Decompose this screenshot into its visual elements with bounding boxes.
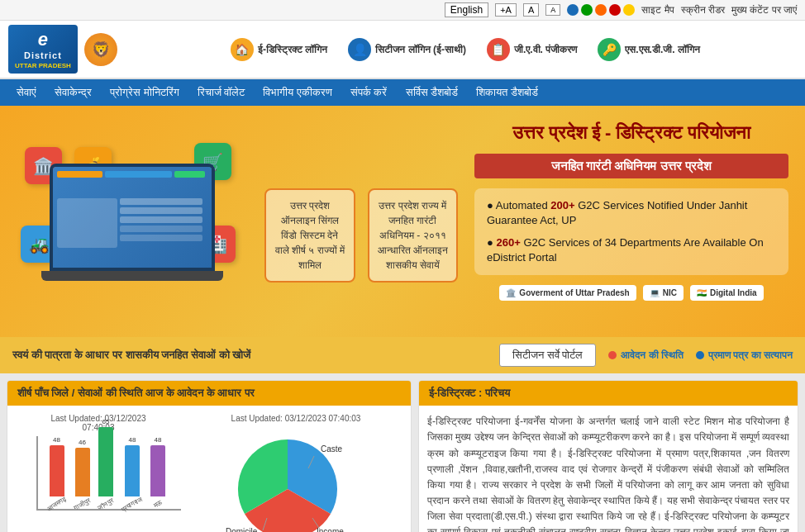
bar-jaunpur: 65 जौनपुर	[98, 418, 114, 509]
application-status-link[interactable]: आवेदन की स्थिति	[608, 349, 684, 361]
header-links: 🏠 ई-डिस्ट्रिक्ट लॉगिन 👤 सिटीजन लॉगिन (ई-…	[134, 38, 797, 61]
right-panel: ई-डिस्ट्रिक्ट : परिचय ई-डिस्ट्रिक्ट परिय…	[418, 380, 798, 532]
oav-reg-label: जी.ए.वी. पंजीकरण	[514, 44, 577, 55]
certificate-verify-link[interactable]: प्रमाण पत्र का सत्यापन	[696, 349, 793, 361]
search-label: स्वयं की पात्रता के आधार पर शासकीय जनहित…	[12, 349, 487, 362]
right-panel-content: ई-डिस्ट्रिक्ट परियोजना ई-गवर्नेंस योजना …	[419, 406, 798, 532]
nav-complaint-dashboard[interactable]: शिकायत डैशबोर्ड	[468, 79, 546, 106]
svg-text:Domicile: Domicile	[226, 527, 258, 532]
site-map-link[interactable]: साइट मैप	[641, 4, 674, 16]
cert-dot	[696, 351, 704, 359]
citizen-login-label: सिटीजन लॉगिन (ई-साथी)	[375, 44, 466, 55]
edistrict-description: ई-डिस्ट्रिक्ट परियोजना ई-गवर्नेंस योजना …	[427, 414, 789, 532]
edistrict-login-icon: 🏠	[231, 38, 254, 61]
nav-progress-monitoring[interactable]: प्रोग्रेस मोनिटरिंग	[102, 79, 188, 106]
up-emblem: 🦁	[84, 33, 117, 66]
ssdg-login-label: एस.एस.डी.जी. लॉगिन	[625, 44, 700, 55]
font-small-btn[interactable]: A	[545, 4, 560, 16]
chart-area: Last Updated: 03/12/2023 07:40:03 70 56 …	[16, 414, 402, 532]
english-lang-btn[interactable]: English	[445, 2, 488, 17]
laptop-graphic	[41, 164, 223, 281]
banner-bullets: ● Automated 200+ G2C Services Notified U…	[474, 188, 788, 275]
banner-text-boxes: उत्तर प्रदेश ऑनलाइन सिंगल विंडो सिस्टम द…	[264, 188, 458, 283]
search-bar: स्वयं की पात्रता के आधार पर शासकीय जनहित…	[0, 337, 805, 373]
banner-left: उत्तर प्रदेश ऑनलाइन सिंगल विंडो सिस्टम द…	[264, 122, 458, 321]
citizen-survey-btn[interactable]: सिटीजन सर्वे पोर्टल	[499, 344, 596, 367]
pie-chart-title: Last Updated: 03/12/2023 07:40:03	[189, 414, 402, 423]
bar-mau-bar	[150, 445, 165, 496]
nav-service-center[interactable]: सेवाकेन्द्र	[46, 79, 100, 106]
bar-chart: Last Updated: 03/12/2023 07:40:03 70 56 …	[16, 414, 181, 532]
oav-reg-link[interactable]: 📋 जी.ए.वी. पंजीकरण	[487, 38, 577, 61]
left-panel: शीर्ष पाँच जिले / सेवाओं की स्थिति आज के…	[7, 380, 412, 532]
color-blue[interactable]	[567, 4, 579, 16]
nav-contact[interactable]: संपर्क करें	[342, 79, 396, 106]
color-green[interactable]	[581, 4, 593, 16]
color-options	[567, 4, 635, 16]
citizen-login-link[interactable]: 👤 सिटीजन लॉगिन (ई-साथी)	[348, 38, 466, 61]
citizen-login-icon: 👤	[348, 38, 371, 61]
edistrict-login-link[interactable]: 🏠 ई-डिस्ट्रिक्ट लॉगिन	[231, 38, 327, 61]
main-content: शीर्ष पाँच जिले / सेवाओं की स्थिति आज के…	[0, 373, 805, 532]
banner: 🏛️ 💰 🛒 🚜 📚 🏥	[0, 106, 805, 337]
bullet-1: ● Automated 200+ G2C Services Notified U…	[487, 198, 776, 228]
ssdg-login-icon: 🔑	[598, 38, 621, 61]
nav-recharge-wallet[interactable]: रिचार्ज वॉलेट	[189, 79, 254, 106]
banner-right: उत्तर प्रदेश ई - डिस्ट्रिक्ट परियोजना जन…	[474, 122, 788, 321]
svg-text:Caste: Caste	[321, 444, 343, 454]
svg-text:Income: Income	[317, 527, 344, 532]
nav-bar: सेवाएं सेवाकेन्द्र प्रोग्रेस मोनिटरिंग र…	[0, 79, 805, 106]
font-normal-btn[interactable]: A	[523, 3, 539, 17]
logo-up: UTTAR PRADESH	[15, 62, 71, 70]
logo-e: e	[38, 29, 48, 50]
search-right: आवेदन की स्थिति प्रमाण पत्र का सत्यापन	[608, 349, 793, 361]
text-box-2: उत्तर प्रदेश राज्य में जनहित गारंटी अधिन…	[368, 188, 459, 283]
skip-content-link[interactable]: मुख्य कंटेंट पर जाएं	[731, 4, 797, 16]
font-plus-btn[interactable]: +A	[495, 3, 517, 17]
logos-row: 🏛️ Goverment of Uttar Pradesh 💻 NIC 🇮🇳 D…	[474, 285, 788, 301]
pie-svg: Caste Domicile Income	[221, 427, 370, 532]
oav-reg-icon: 📋	[487, 38, 510, 61]
accessibility-bar: English +A A A साइट मैप स्क्रीन रीडर मुख…	[0, 0, 805, 21]
bars-container: 48 आजमगढ़ 46 गाजीपुर 65	[36, 436, 181, 511]
text-box-1: उत्तर प्रदेश ऑनलाइन सिंगल विंडो सिस्टम द…	[264, 188, 355, 283]
color-orange[interactable]	[595, 4, 607, 16]
edistrict-logo: e District UTTAR PRADESH	[8, 25, 78, 74]
banner-illustration: 🏛️ 💰 🛒 🚜 📚 🏥	[17, 122, 248, 321]
bullet2-text: G2C Services of 34 Departments Are Avail…	[487, 236, 764, 264]
status-dot	[608, 351, 617, 359]
nav-departmental[interactable]: विभागीय एकीकरण	[255, 79, 341, 106]
bar-azamgarh: 48 आजमगढ़	[46, 436, 67, 509]
banner-main-title: उत्तर प्रदेश ई - डिस्ट्रिक्ट परियोजना	[474, 122, 788, 144]
banner-sub-title: जनहित गारंटी अधिनियम उत्तर प्रदेश	[474, 154, 788, 178]
logo-area: e District UTTAR PRADESH 🦁	[8, 25, 117, 74]
header: e District UTTAR PRADESH 🦁 🏠 ई-डिस्ट्रिक…	[0, 21, 805, 79]
bar-jaunpur-bar	[98, 427, 113, 496]
bullet1-bold: 200+	[550, 199, 574, 211]
logo-district: District	[24, 50, 62, 61]
nav-services[interactable]: सेवाएं	[8, 79, 45, 106]
bar-ghazipur: 46 गाजीपुर	[74, 439, 91, 509]
color-yellow[interactable]	[623, 4, 635, 16]
bar-mau: 48 मऊ	[150, 436, 165, 509]
color-red[interactable]	[609, 4, 621, 16]
digital-india-logo: 🇮🇳 Digital India	[690, 285, 764, 301]
bullet-2: ● 260+ G2C Services of 34 Departments Ar…	[487, 235, 776, 265]
bullet2-bold: 260+	[496, 236, 520, 249]
ssdg-login-link[interactable]: 🔑 एस.एस.डी.जी. लॉगिन	[598, 38, 700, 61]
bar-prayagraj-bar	[125, 445, 140, 496]
nav-service-dashboard[interactable]: सर्विस डैशबोर्ड	[398, 79, 467, 106]
bar-prayagraj: 48 प्रयागराज	[121, 436, 144, 509]
screen-reader-link[interactable]: स्क्रीन रीडर	[681, 4, 725, 16]
bar-azamgarh-bar	[50, 445, 64, 496]
edistrict-login-label: ई-डिस्ट्रिक्ट लॉगिन	[258, 44, 327, 55]
up-govt-logo: 🏛️ Goverment of Uttar Pradesh	[499, 285, 636, 301]
left-panel-content: Last Updated: 03/12/2023 07:40:03 70 56 …	[7, 406, 411, 532]
nic-logo: 💻 NIC	[643, 285, 684, 301]
bullet1-prefix: Automated	[496, 199, 551, 211]
left-panel-header: शीर्ष पाँच जिले / सेवाओं की स्थिति आज के…	[7, 381, 411, 406]
pie-chart: Last Updated: 03/12/2023 07:40:03	[189, 414, 402, 532]
bar-ghazipur-bar	[75, 448, 90, 496]
right-panel-header: ई-डिस्ट्रिक्ट : परिचय	[419, 381, 798, 406]
